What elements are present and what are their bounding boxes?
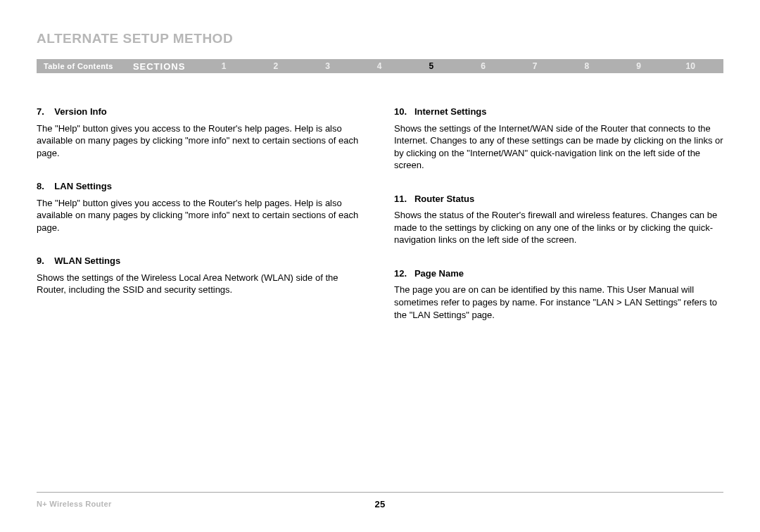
toc-link[interactable]: Table of Contents — [44, 62, 113, 70]
item-heading: 12. Page Name — [394, 267, 723, 280]
document-page: ALTERNATE SETUP METHOD Table of Contents… — [0, 0, 760, 532]
item-body: Shows the status of the Router's firewal… — [394, 209, 723, 246]
item-body: The page you are on can be identified by… — [394, 284, 723, 321]
section-link-2[interactable]: 2 — [250, 61, 302, 71]
right-column: 10. Internet Settings Shows the settings… — [394, 106, 723, 342]
item-body: Shows the settings of the Wireless Local… — [37, 272, 366, 296]
item-9: 9. WLAN Settings Shows the settings of t… — [37, 255, 366, 296]
item-body: The "Help" button gives you access to th… — [37, 122, 366, 160]
item-title: LAN Settings — [54, 181, 112, 191]
item-12: 12. Page Name The page you are on can be… — [394, 267, 723, 321]
left-column: 7. Version Info The "Help" button gives … — [37, 106, 366, 342]
item-num: 8. — [37, 181, 44, 191]
footer-row: N+ Wireless Router 25 — [37, 500, 723, 508]
section-link-3[interactable]: 3 — [302, 61, 354, 71]
section-link-5[interactable]: 5 — [405, 61, 457, 71]
section-link-10[interactable]: 10 — [664, 61, 716, 71]
item-8: 8. LAN Settings The "Help" button gives … — [37, 180, 366, 234]
section-link-4[interactable]: 4 — [353, 61, 405, 71]
item-10: 10. Internet Settings Shows the settings… — [394, 106, 723, 172]
section-link-9[interactable]: 9 — [613, 61, 665, 71]
footer-spacer — [721, 500, 723, 508]
section-link-6[interactable]: 6 — [457, 61, 509, 71]
item-num: 9. — [37, 255, 44, 266]
item-body: Shows the settings of the Internet/WAN s… — [394, 122, 723, 172]
sections-label: SECTIONS — [133, 61, 185, 72]
item-body: The "Help" button gives you access to th… — [37, 197, 366, 234]
product-name: N+ Wireless Router — [37, 500, 111, 508]
section-link-7[interactable]: 7 — [509, 61, 561, 71]
item-num: 11. — [394, 194, 407, 204]
section-link-1[interactable]: 1 — [198, 61, 250, 71]
item-num: 10. — [394, 106, 407, 117]
item-num: 7. — [37, 106, 44, 117]
item-heading: 10. Internet Settings — [394, 106, 723, 118]
item-title: Router Status — [414, 194, 474, 204]
section-numbers: 1 2 3 4 5 6 7 8 9 10 — [198, 61, 723, 71]
section-link-8[interactable]: 8 — [561, 61, 613, 71]
page-footer: N+ Wireless Router 25 — [37, 492, 723, 508]
item-heading: 9. WLAN Settings — [37, 255, 366, 267]
item-title: Page Name — [414, 268, 464, 279]
item-title: Internet Settings — [414, 106, 487, 117]
item-heading: 11. Router Status — [394, 193, 723, 205]
content-columns: 7. Version Info The "Help" button gives … — [37, 106, 723, 342]
item-title: Version Info — [54, 106, 106, 117]
item-7: 7. Version Info The "Help" button gives … — [37, 106, 366, 159]
section-navbar: Table of Contents SECTIONS 1 2 3 4 5 6 7… — [37, 59, 723, 73]
item-heading: 8. LAN Settings — [37, 180, 366, 193]
item-heading: 7. Version Info — [37, 106, 366, 118]
item-11: 11. Router Status Shows the status of th… — [394, 193, 723, 246]
page-number: 25 — [374, 499, 385, 509]
page-title: ALTERNATE SETUP METHOD — [37, 31, 723, 46]
item-num: 12. — [394, 268, 407, 279]
footer-divider — [37, 492, 723, 493]
item-title: WLAN Settings — [54, 255, 120, 266]
